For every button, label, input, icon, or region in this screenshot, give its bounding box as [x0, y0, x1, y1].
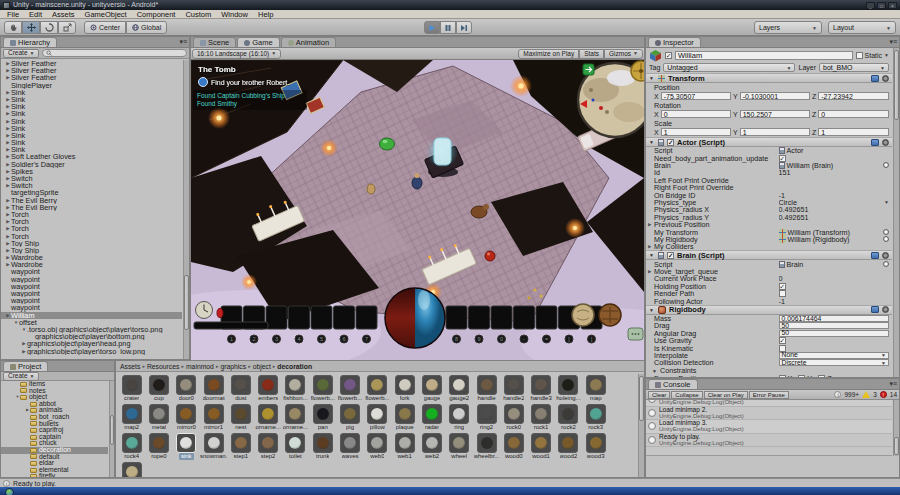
asset-tile[interactable]: map [582, 374, 609, 403]
hierarchy-item[interactable]: waypoint [1, 276, 182, 283]
hotbar-slot[interactable] [289, 306, 310, 329]
tab-console[interactable]: Console [648, 379, 698, 389]
component-enabled-checkbox[interactable]: ✓ [667, 252, 674, 259]
maximize-button[interactable]: □ [877, 2, 886, 9]
asset-tile[interactable]: rock1 [527, 403, 554, 432]
object-picker-icon[interactable] [883, 236, 889, 242]
hotbar-slot[interactable] [536, 306, 557, 329]
hierarchy-item[interactable]: ▶Wardrobe [1, 254, 182, 261]
asset-tile[interactable]: crater [118, 374, 145, 403]
windows-taskbar[interactable] [0, 487, 900, 495]
asset-tile[interactable]: embers [254, 374, 281, 403]
asset-tile[interactable]: handle [473, 374, 500, 403]
layer-dropdown[interactable]: bot_BMO▼ [819, 63, 889, 72]
hierarchy-item[interactable]: ▶Toy Ship [1, 240, 182, 247]
asset-tile[interactable]: dust [227, 374, 254, 403]
hierarchy-item[interactable]: ▶Torch [1, 218, 182, 225]
hierarchy-item[interactable]: ▶Sink [1, 146, 182, 153]
tab-hierarchy[interactable]: Hierarchy [3, 37, 57, 47]
tab-inspector[interactable]: Inspector [648, 37, 701, 47]
project-create-button[interactable]: Create▼ [3, 372, 39, 381]
asset-tile[interactable]: nest [227, 403, 254, 432]
console-clear-on-play-button[interactable]: Clear on Play [704, 391, 748, 399]
hierarchy-item[interactable]: ▶Silver Feather [1, 60, 182, 67]
hierarchy-item[interactable]: ▶Soft Leather Gloves [1, 153, 182, 160]
property-field[interactable]: 50 [779, 322, 889, 329]
hierarchy-item[interactable]: ▶Toy Ship [1, 247, 182, 254]
asset-tile[interactable]: web2 [418, 432, 445, 461]
axis-field[interactable]: -75.30507 [661, 92, 731, 100]
asset-tile[interactable]: orname... [282, 403, 309, 432]
hierarchy-item[interactable]: ▶graphics\object\player\torso_low.png [1, 348, 182, 355]
asset-tile[interactable]: rock3 [582, 403, 609, 432]
axis-field[interactable]: 1 [818, 128, 889, 136]
hierarchy-item[interactable]: ▶Sink [1, 125, 182, 132]
asset-tile[interactable]: pillow [364, 403, 391, 432]
property-checkbox[interactable]: ✓ [779, 337, 786, 344]
gear-icon[interactable] [882, 75, 889, 82]
game-render-area[interactable]: The Tomb Find your brother Robert. Found… [191, 60, 644, 360]
asset-tile[interactable]: step1 [227, 432, 254, 461]
asset-tile[interactable]: fishbon... [282, 374, 309, 403]
console-scrollbar[interactable] [893, 400, 899, 456]
asset-tile[interactable]: fork [391, 374, 418, 403]
hierarchy-scrollbar[interactable] [183, 60, 189, 359]
hierarchy-search-input[interactable] [42, 49, 187, 57]
hand-tool-button[interactable] [4, 21, 22, 34]
static-checkbox[interactable] [856, 52, 863, 59]
warning-badge-icon[interactable] [862, 391, 870, 398]
console-error-pause-button[interactable]: Error Pause [749, 391, 789, 399]
asset-tile[interactable]: mirror0 [173, 403, 200, 432]
hierarchy-item[interactable]: ▶Sink [1, 96, 182, 103]
hierarchy-item[interactable]: ▼.torso.obj graphics\object\player\torso… [1, 326, 182, 333]
error-badge-icon[interactable]: ! [880, 391, 887, 398]
hierarchy-item[interactable]: ▶Soldier's Dagger [1, 161, 182, 168]
hierarchy-item[interactable]: ▶William [1, 312, 182, 319]
assets-scrollbar[interactable] [638, 374, 644, 477]
asset-tile[interactable]: wood0 [500, 432, 527, 461]
asset-tile[interactable]: waves [336, 432, 363, 461]
menu-help[interactable]: Help [253, 10, 278, 19]
menu-custom[interactable]: Custom [180, 10, 216, 19]
gear-icon[interactable] [882, 252, 889, 259]
panel-menu-icon[interactable]: ▾≡ [889, 379, 897, 389]
menu-assets[interactable]: Assets [47, 10, 80, 19]
console-log-entry[interactable]: Load minimap 2.UnityEngine.Debug:Log(Obj… [646, 407, 892, 421]
asset-tile[interactable]: wood2 [555, 432, 582, 461]
asset-tile[interactable]: door0 [173, 374, 200, 403]
move-tool-button[interactable] [22, 21, 40, 34]
hotbar-slot[interactable] [266, 306, 287, 329]
asset-tile[interactable]: rock4 [118, 432, 145, 461]
asset-tile[interactable]: snowman... [200, 432, 227, 461]
hierarchy-item[interactable]: ▶Switch [1, 175, 182, 182]
asset-tile[interactable]: wood4 [118, 461, 145, 477]
help-icon[interactable] [871, 306, 879, 313]
hierarchy-item[interactable]: ▶Sink [1, 103, 182, 110]
asset-tile[interactable]: ring2 [473, 403, 500, 432]
breadcrumb-segment[interactable]: Resources [147, 363, 180, 370]
property-field[interactable]: 0.006174464 [779, 315, 889, 322]
play-button[interactable] [424, 21, 440, 34]
hierarchy-item[interactable]: waypoint [1, 283, 182, 290]
hierarchy-item[interactable]: ▶Sink [1, 139, 182, 146]
hotbar-slot[interactable] [311, 306, 332, 329]
asset-tile[interactable]: holeing... [555, 374, 582, 403]
asset-tile[interactable]: ring [446, 403, 473, 432]
hotbar-slot[interactable] [514, 306, 535, 329]
hierarchy-item[interactable]: ▶The Evil Berry [1, 204, 182, 211]
hierarchy-item[interactable]: ▶Torch [1, 233, 182, 240]
hierarchy-item[interactable]: ▶Sink [1, 132, 182, 139]
help-icon[interactable] [871, 252, 879, 259]
close-button[interactable]: × [888, 2, 897, 9]
hierarchy-item[interactable]: ▶Wardrobe [1, 261, 182, 268]
freeze-axis-checkbox[interactable] [818, 375, 825, 377]
hierarchy-item[interactable]: ▶Silver Feather [1, 67, 182, 74]
asset-tile[interactable]: map2 [118, 403, 145, 432]
chat-button[interactable] [628, 328, 643, 340]
asset-tile[interactable]: flowerb... [309, 374, 336, 403]
axis-field[interactable]: -0.1030001 [740, 92, 810, 100]
asset-tile[interactable]: plaque [391, 403, 418, 432]
project-scrollbar[interactable] [109, 381, 114, 477]
tab-animation[interactable]: Animation [281, 37, 336, 47]
help-icon[interactable] [871, 139, 879, 146]
